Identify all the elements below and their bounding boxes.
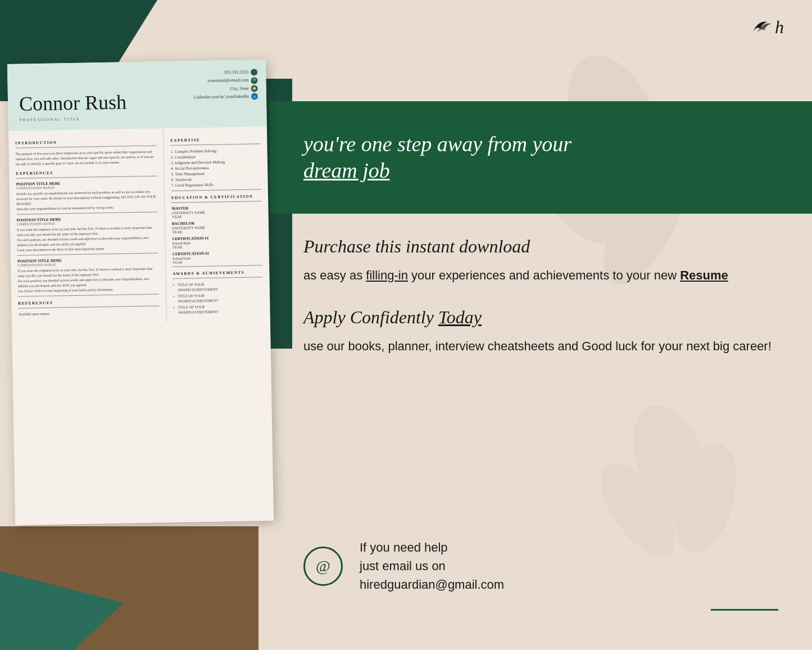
location: City, State: [230, 84, 249, 93]
teal-decorative-line: [711, 609, 778, 611]
references-text: Available upon request: [19, 309, 160, 317]
awards-title: AWARDS & ACHIEVEMENTS: [173, 270, 262, 276]
intro-divider: [15, 145, 156, 148]
position-desc-3: If you want the emphasis to be on your t…: [17, 266, 159, 294]
brand-logo: h: [750, 17, 784, 38]
at-symbol-circle: @: [303, 547, 343, 586]
purchase-resume: Resume: [680, 268, 728, 282]
purchase-body-1: as easy as: [303, 268, 366, 282]
linkedin: Linkedin.com/in/ yourlinkedin: [194, 93, 249, 102]
position-divider-2: [17, 252, 158, 255]
at-symbol: @: [316, 557, 330, 575]
award-item-1: TITLE OF YOURAWARD/ACHIEVEMENT: [173, 281, 263, 292]
resume-contact: 333.333.3333 📞 youremail@email.com ✉ Cit…: [193, 68, 258, 102]
position-desc-2: If you want the emphasis to be on your t…: [17, 225, 158, 252]
resume-right-column: EXPERTISE Complex Problem Solving Coordi…: [164, 127, 270, 322]
resume-body: INTRODUCTION The purpose of this area is…: [8, 127, 270, 325]
email-help-line2: just email us on: [360, 559, 446, 573]
resume-left-column: INTRODUCTION The purpose of this area is…: [8, 128, 167, 325]
purchase-body-2: your experiences and achievements to you…: [408, 268, 680, 282]
expertise-list: Complex Problem Solving Coordination Jud…: [171, 147, 261, 188]
resume-professional-title: PROFESSIONAL TITLE: [20, 114, 256, 122]
expertise-item-7: Good Negotiation Skills: [171, 181, 261, 188]
apply-today-text: Today: [438, 307, 482, 327]
position-divider-3: [18, 294, 159, 296]
references-divider: [18, 305, 159, 308]
logo-letter: h: [775, 17, 784, 38]
purchase-title: Purchase this instant download: [303, 236, 778, 257]
experiences-title: EXPERIENCES: [16, 169, 157, 175]
email-address: youremail@email.com: [207, 76, 249, 85]
position-divider-1: [17, 211, 158, 214]
resume-header: 333.333.3333 📞 youremail@email.com ✉ Cit…: [7, 60, 267, 131]
email-icon: ✉: [251, 77, 257, 84]
experiences-divider: [16, 175, 157, 178]
content-section: Purchase this instant download as easy a…: [270, 236, 812, 355]
email-address-display: hiredguardian@gmail.com: [360, 577, 504, 592]
award-item-3: TITLE OF YOURAWARD/ACHIEVEMENT: [173, 304, 263, 315]
dream-job-line2: dream job: [303, 159, 390, 182]
phone-number: 333.333.3333: [224, 69, 248, 77]
awards-divider: [173, 277, 263, 279]
education-divider: [171, 201, 261, 203]
purchase-body: as easy as filling-in your experiences a…: [303, 266, 778, 285]
expertise-title: EXPERTISE: [170, 137, 260, 143]
dream-job-section: you're one step away from your dream job: [270, 101, 812, 214]
position-desc-1: Include any specific accomplishments you…: [16, 189, 158, 211]
education-title: EDUCATION & CERTIFICATION: [171, 194, 261, 200]
phone-icon: 📞: [251, 69, 257, 75]
apply-title: Apply Confidently Today: [303, 307, 778, 328]
education-end-divider: [173, 265, 262, 267]
email-help-line1: If you need help: [360, 540, 448, 554]
expertise-divider: [170, 143, 260, 146]
location-icon: 🏠: [251, 85, 258, 92]
award-item-2: TITLE OF YOURAWARD/ACHIEVEMENT: [173, 292, 263, 304]
apply-body: use our books, planner, interview cheats…: [303, 337, 778, 355]
email-section: @ If you need help just email us on hire…: [270, 538, 812, 594]
dream-job-line1: you're one step away from your: [303, 132, 571, 156]
purchase-filling: filling-in: [366, 268, 408, 282]
resume-card: 333.333.3333 📞 youremail@email.com ✉ Cit…: [7, 60, 274, 525]
apply-title-text: Apply Confidently: [303, 307, 438, 327]
linkedin-icon: in: [251, 93, 258, 100]
email-help-text: If you need help just email us on hiredg…: [360, 538, 504, 594]
logo-wing-icon: [750, 17, 773, 37]
references-title: REFERENCES: [18, 299, 159, 305]
introduction-text: The purpose of this area is to direct em…: [16, 149, 157, 166]
expertise-end-divider: [171, 189, 261, 191]
marketing-panel: you're one step away from your dream job…: [270, 0, 812, 650]
dream-job-text: you're one step away from your dream job: [303, 131, 571, 184]
introduction-title: INTRODUCTION: [15, 138, 156, 145]
